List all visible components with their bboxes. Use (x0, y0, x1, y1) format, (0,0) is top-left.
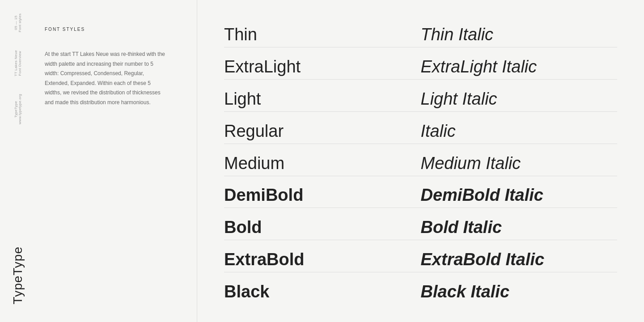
font-row-light: Light Light Italic (224, 87, 617, 112)
sidebar-bottom: TypeType (11, 246, 25, 309)
sidebar-brand: TypeType (11, 246, 25, 304)
font-row-demibold: DemiBold DemiBold Italic (224, 183, 617, 208)
font-light-italic: Light Italic (421, 89, 618, 109)
font-black-italic: Black Italic (421, 282, 618, 301)
sidebar: 05 — 15Font styles TT Lakes NeueFont Ove… (0, 0, 36, 322)
font-extrabold-italic: ExtraBold Italic (421, 250, 618, 269)
font-light-regular: Light (224, 89, 421, 109)
font-black-regular: Black (224, 282, 421, 301)
font-regular-italic: Italic (421, 122, 618, 141)
font-demibold-italic: DemiBold Italic (421, 186, 618, 205)
font-row-extrabold: ExtraBold ExtraBold Italic (224, 247, 617, 272)
font-bold-italic: Bold Italic (421, 218, 618, 237)
sidebar-typetype-text: TypeTypewww.typetype.org (14, 94, 22, 124)
font-demibold-regular: DemiBold (224, 186, 421, 205)
sidebar-label-font: TT Lakes NeueFont Overview (14, 50, 22, 76)
description-text: At the start TT Lakes Neue was re-thinke… (45, 50, 165, 108)
font-row-medium: Medium Medium Italic (224, 151, 617, 176)
font-medium-italic: Medium Italic (421, 154, 618, 173)
page: 05 — 15Font styles TT Lakes NeueFont Ove… (0, 0, 644, 322)
font-styles-panel: Thin Thin Italic ExtraLight ExtraLight I… (197, 0, 644, 322)
sidebar-label-pages: 05 — 15Font styles (14, 13, 22, 32)
sidebar-pages-text: 05 — 15Font styles (14, 13, 22, 32)
font-thin-italic: Thin Italic (421, 25, 618, 44)
font-extrabold-regular: ExtraBold (224, 250, 421, 269)
font-medium-regular: Medium (224, 154, 421, 173)
font-row-regular: Regular Italic (224, 119, 617, 144)
font-row-extralight: ExtraLight ExtraLight Italic (224, 55, 617, 80)
font-row-black: Black Black Italic (224, 280, 617, 304)
font-row-bold: Bold Bold Italic (224, 215, 617, 240)
left-panel: FONT STYLES At the start TT Lakes Neue w… (36, 0, 197, 322)
sidebar-font-text: TT Lakes NeueFont Overview (14, 50, 22, 76)
font-regular-regular: Regular (224, 122, 421, 141)
font-thin-regular: Thin (224, 25, 421, 44)
sidebar-meta: 05 — 15Font styles TT Lakes NeueFont Ove… (14, 13, 22, 124)
font-extralight-regular: ExtraLight (224, 57, 421, 76)
section-label: FONT STYLES (45, 27, 179, 32)
font-extralight-italic: ExtraLight Italic (421, 57, 618, 76)
font-row-thin: Thin Thin Italic (224, 22, 617, 47)
sidebar-label-typetype: TypeTypewww.typetype.org (14, 94, 22, 124)
font-bold-regular: Bold (224, 218, 421, 237)
